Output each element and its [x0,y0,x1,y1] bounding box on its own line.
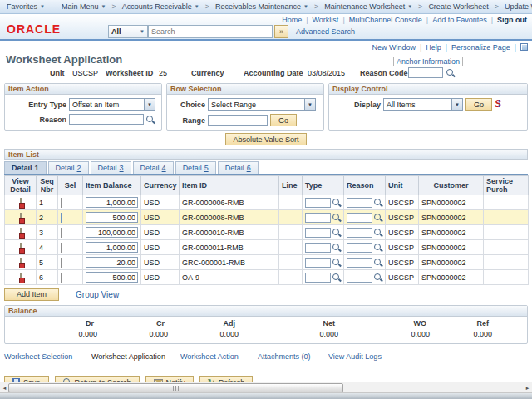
type-input[interactable] [305,228,331,238]
item-action-reason-input[interactable] [69,114,144,125]
item-balance-input[interactable]: 1,000.00 [86,197,138,208]
select-checkbox[interactable] [61,258,62,268]
select-checkbox[interactable] [61,273,62,283]
reason-code-lookup-icon[interactable] [446,69,455,77]
breadcrumb-accounts-receivable[interactable]: Accounts Receivable [122,2,200,11]
breadcrumb-create-worksheet[interactable]: Create Worksheet [428,2,488,11]
type-input[interactable] [305,243,331,253]
breadcrumb-favorites[interactable]: Favorites [7,2,45,11]
breadcrumb-update-worksheet[interactable]: Update Worksheet [505,2,532,11]
add-item-button[interactable]: Add Item [4,288,59,301]
search-submit-button[interactable] [274,25,288,38]
view-audit-logs-link[interactable]: View Audit Logs [328,352,382,361]
item-balance-input[interactable]: 100,000.00 [86,227,138,238]
display-go-button[interactable]: Go [466,98,492,111]
display-select[interactable]: All Items [383,98,463,111]
multichannel-console-link[interactable]: MultiChannel Console [349,16,422,24]
worksheet-selection-link[interactable]: Worksheet Selection [4,352,91,361]
select-checkbox[interactable] [61,198,62,208]
view-detail-icon[interactable] [20,198,22,208]
type-lookup-icon[interactable] [332,214,341,222]
advanced-search-link[interactable]: Advanced Search [296,27,355,36]
reason-input[interactable] [347,273,372,283]
view-detail-icon[interactable] [20,243,22,253]
tab-detail-2[interactable]: Detail2 [48,161,89,174]
scrollbar-thumb[interactable] [8,383,343,392]
reason-input[interactable] [347,243,372,253]
view-detail-icon[interactable] [20,258,22,268]
type-input[interactable] [305,213,331,223]
new-window-grid-icon[interactable] [520,43,528,51]
customer-cell: SPN0000002 [419,225,484,240]
reason-lookup-icon[interactable] [374,273,382,282]
search-scope-select[interactable]: All [108,25,148,38]
tab-detail-1[interactable]: Detail1 [4,161,47,174]
breadcrumb-maintenance-worksheet[interactable]: Maintenance Worksheet [324,2,412,11]
tab-detail-6[interactable]: Detail6 [218,161,259,174]
tab-detail-3[interactable]: Detail3 [91,161,131,174]
view-detail-icon[interactable] [20,213,22,223]
type-lookup-icon[interactable] [332,199,341,207]
reason-input[interactable] [347,258,372,268]
reason-lookup-icon[interactable] [374,259,382,267]
item-action-reason-lookup-icon[interactable] [146,116,155,124]
select-checkbox[interactable] [61,228,62,238]
breadcrumb-receivables-maintenance[interactable]: Receivables Maintenance [215,2,308,11]
new-window-link[interactable]: New Window [372,43,416,52]
currency-symbol-icon[interactable] [495,99,504,110]
worksheet-id-label: Worksheet ID [106,69,153,77]
scroll-right-arrow[interactable] [524,383,531,392]
type-input[interactable] [305,198,331,208]
reason-input[interactable] [347,228,372,238]
breadcrumb-main-menu[interactable]: Main Menu [62,2,106,11]
item-balance-input[interactable]: 1,000.00 [86,242,138,253]
item-balance-input[interactable]: -500.00 [86,272,138,283]
add-to-favorites-link[interactable]: Add to Favorites [432,16,487,24]
personalize-page-link[interactable]: Personalize Page [451,43,510,52]
absolute-value-sort-button[interactable]: Absolute Value Sort [225,133,308,145]
choice-value: Select Range [211,101,256,109]
reason-lookup-icon[interactable] [374,214,382,222]
type-input[interactable] [305,273,331,283]
horizontal-scrollbar[interactable] [0,382,532,393]
tab-detail-4[interactable]: Detail4 [133,161,174,174]
select-checkbox[interactable] [61,243,62,253]
type-lookup-icon[interactable] [332,259,341,267]
col-type: Type [303,176,344,195]
type-lookup-icon[interactable] [332,244,341,252]
choice-select[interactable]: Select Range [208,98,316,111]
view-detail-icon[interactable] [20,273,22,283]
anchor-information-link[interactable]: Anchor Information [393,57,463,66]
entry-type-select[interactable]: Offset an Item [69,98,155,111]
reason-lookup-icon[interactable] [374,199,382,207]
view-detail-icon[interactable] [20,228,22,238]
sign-out-link[interactable]: Sign out [497,16,527,24]
reason-lookup-icon[interactable] [374,244,382,252]
reason-input[interactable] [347,213,372,223]
range-go-button[interactable]: Go [270,114,297,126]
currency-cell: USD [141,225,180,240]
type-lookup-icon[interactable] [332,273,341,282]
worklist-link[interactable]: Worklist [313,16,339,24]
reason-lookup-icon[interactable] [374,229,382,237]
reason-code-input[interactable] [408,67,443,78]
tab-detail-5[interactable]: Detail5 [175,161,216,174]
scroll-left-arrow[interactable] [1,383,8,392]
worksheet-action-link[interactable]: Worksheet Action [180,352,258,361]
type-lookup-icon[interactable] [332,229,341,237]
group-view-link[interactable]: Group View [76,290,119,299]
select-checkbox[interactable] [61,213,62,223]
search-input[interactable] [148,25,273,38]
home-link[interactable]: Home [282,16,302,24]
balance-box: Balance Dr0.000 Cr0.000 Adj0.000 Net0.00… [4,305,528,344]
range-input[interactable] [208,115,268,126]
help-link[interactable]: Help [426,43,441,52]
reason-input[interactable] [347,198,372,208]
item-row: 4 1,000.00 USD GR-0000011-RMB USCSP SPN0… [5,240,529,255]
type-input[interactable] [305,258,331,268]
item-balance-input[interactable]: 20.00 [86,257,138,268]
item-balance-input[interactable]: 500.00 [86,212,138,223]
breadcrumb-label: Maintenance Worksheet [324,2,405,11]
separator: | [491,16,493,24]
attachments-link[interactable]: Attachments (0) [258,352,328,361]
